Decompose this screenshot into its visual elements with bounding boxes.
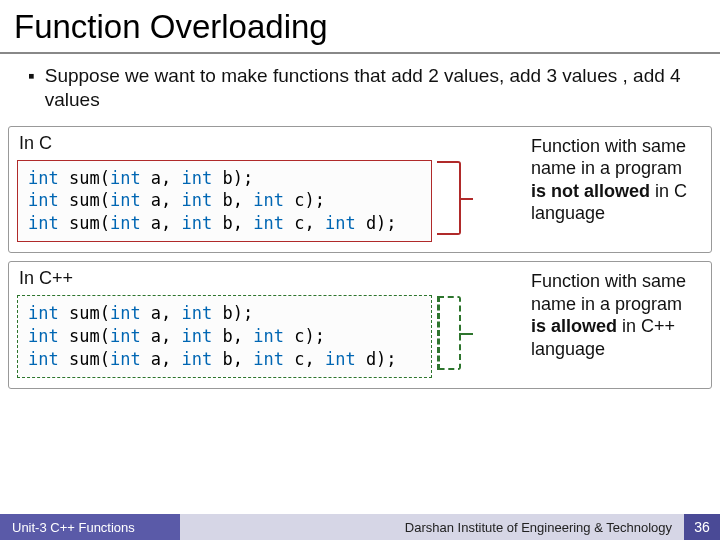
code-text: a,: [141, 326, 182, 346]
code-keyword: int: [110, 190, 141, 210]
code-keyword: int: [182, 326, 213, 346]
code-text: a,: [141, 213, 182, 233]
code-keyword: int: [110, 326, 141, 346]
code-text: a,: [141, 190, 182, 210]
code-keyword: int: [28, 349, 59, 369]
code-keyword: int: [110, 168, 141, 188]
bullet-marker: ▪: [28, 64, 35, 112]
code-text: b);: [212, 303, 253, 323]
code-text: b,: [212, 349, 253, 369]
code-keyword: int: [253, 349, 284, 369]
code-keyword: int: [253, 190, 284, 210]
code-text: sum(: [59, 213, 110, 233]
section-cpp: In C++ int sum(int a, int b);int sum(int…: [8, 261, 712, 389]
code-text: a,: [141, 303, 182, 323]
code-line: int sum(int a, int b);: [28, 167, 421, 190]
code-text: d);: [356, 349, 397, 369]
code-keyword: int: [110, 303, 141, 323]
code-keyword: int: [182, 190, 213, 210]
code-keyword: int: [28, 190, 59, 210]
section-c: In C int sum(int a, int b);int sum(int a…: [8, 126, 712, 254]
code-keyword: int: [182, 349, 213, 369]
explain-cpp-bold: is allowed: [531, 316, 617, 336]
explain-c-pre: Function with same name in a program: [531, 136, 686, 179]
code-keyword: int: [182, 303, 213, 323]
bracket-cpp: [437, 296, 461, 370]
code-text: b,: [212, 326, 253, 346]
code-line: int sum(int a, int b, int c, int d);: [28, 348, 421, 371]
footer-unit: Unit-3 C++ Functions: [0, 514, 180, 540]
code-text: b,: [212, 213, 253, 233]
code-text: c,: [284, 213, 325, 233]
code-keyword: int: [182, 168, 213, 188]
code-text: a,: [141, 168, 182, 188]
footer-institute: Darshan Institute of Engineering & Techn…: [180, 514, 684, 540]
code-text: sum(: [59, 303, 110, 323]
code-line: int sum(int a, int b);: [28, 302, 421, 325]
code-text: sum(: [59, 168, 110, 188]
code-keyword: int: [28, 213, 59, 233]
bullet-text: Suppose we want to make functions that a…: [45, 64, 692, 112]
title-underline: [0, 52, 720, 54]
code-text: b,: [212, 190, 253, 210]
code-box-c: int sum(int a, int b);int sum(int a, int…: [17, 160, 432, 243]
bullet-item: ▪ Suppose we want to make functions that…: [0, 64, 720, 120]
code-text: sum(: [59, 349, 110, 369]
code-text: a,: [141, 349, 182, 369]
code-keyword: int: [110, 213, 141, 233]
code-box-cpp: int sum(int a, int b);int sum(int a, int…: [17, 295, 432, 378]
code-text: d);: [356, 213, 397, 233]
footer-page-number: 36: [684, 514, 720, 540]
code-text: sum(: [59, 190, 110, 210]
code-text: b);: [212, 168, 253, 188]
code-keyword: int: [253, 326, 284, 346]
code-text: c,: [284, 349, 325, 369]
explain-cpp-pre: Function with same name in a program: [531, 271, 686, 314]
bracket-c: [437, 161, 461, 235]
code-keyword: int: [182, 213, 213, 233]
code-keyword: int: [325, 349, 356, 369]
code-text: sum(: [59, 326, 110, 346]
code-line: int sum(int a, int b, int c);: [28, 325, 421, 348]
code-keyword: int: [253, 213, 284, 233]
explain-c: Function with same name in a program is …: [531, 135, 701, 225]
slide-title: Function Overloading: [0, 0, 720, 52]
code-keyword: int: [28, 168, 59, 188]
code-keyword: int: [110, 349, 141, 369]
code-keyword: int: [28, 303, 59, 323]
code-line: int sum(int a, int b, int c, int d);: [28, 212, 421, 235]
code-keyword: int: [325, 213, 356, 233]
footer: Unit-3 C++ Functions Darshan Institute o…: [0, 514, 720, 540]
explain-cpp: Function with same name in a program is …: [531, 270, 701, 360]
code-text: c);: [284, 190, 325, 210]
code-text: c);: [284, 326, 325, 346]
code-keyword: int: [28, 326, 59, 346]
code-line: int sum(int a, int b, int c);: [28, 189, 421, 212]
explain-c-bold: is not allowed: [531, 181, 650, 201]
